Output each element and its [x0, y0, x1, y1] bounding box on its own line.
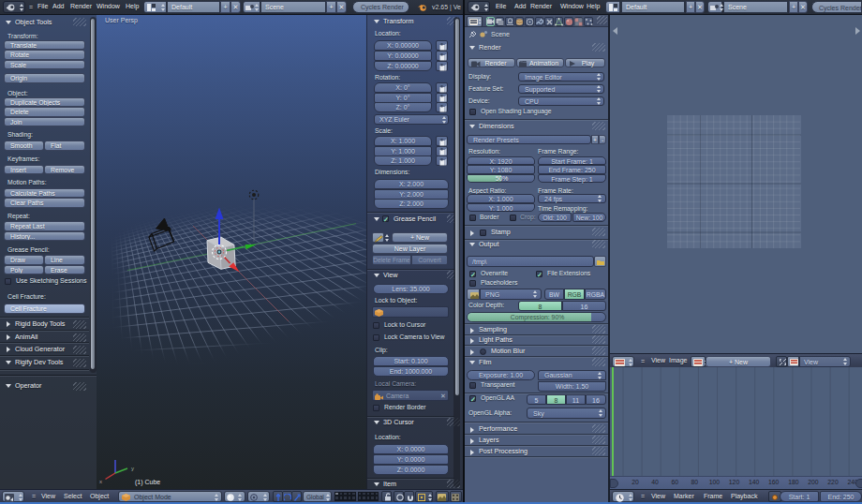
svg-text:y: y [131, 466, 134, 471]
svg-text:x: x [99, 479, 102, 484]
